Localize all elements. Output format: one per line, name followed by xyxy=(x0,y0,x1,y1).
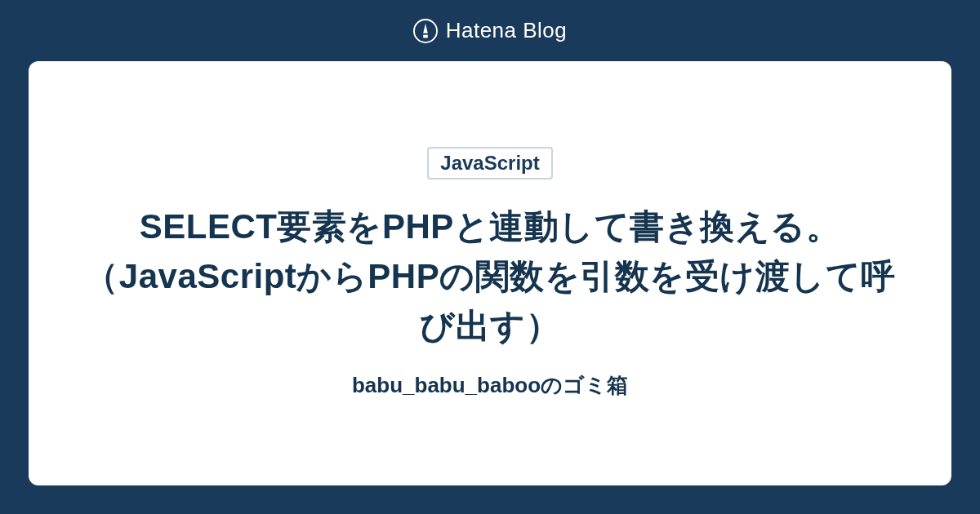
category-tag[interactable]: JavaScript xyxy=(427,147,552,179)
svg-rect-1 xyxy=(423,34,428,38)
article-title: SELECT要素をPHPと連動して書き換える。（JavaScriptからPHPの… xyxy=(78,202,902,352)
header: Hatena Blog xyxy=(0,0,980,61)
blog-name[interactable]: babu_babu_babooのゴミ箱 xyxy=(352,371,628,400)
logo-text: Hatena Blog xyxy=(446,18,568,43)
article-card: JavaScript SELECT要素をPHPと連動して書き換える。（JavaS… xyxy=(29,61,951,485)
hatena-logo-icon xyxy=(413,19,438,43)
